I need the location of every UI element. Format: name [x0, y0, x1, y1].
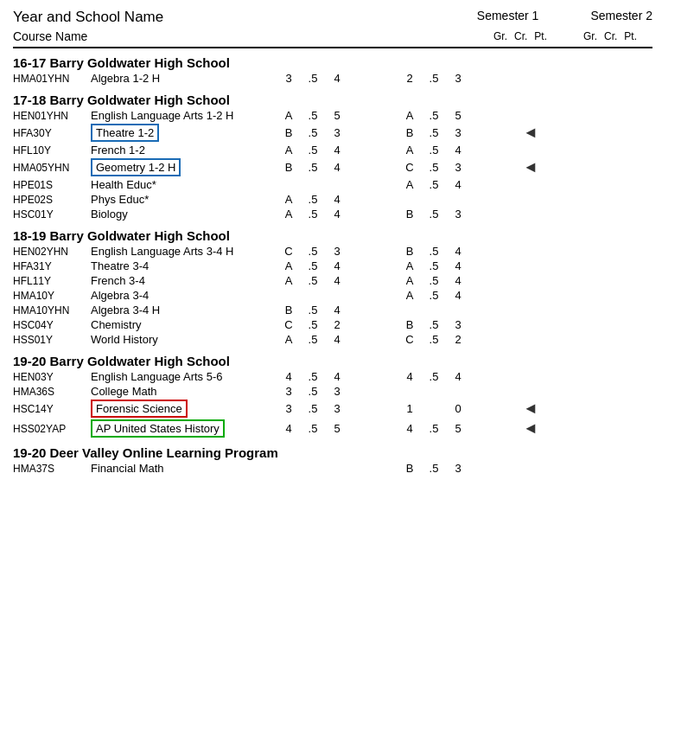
cell-s1_cr: .5	[305, 385, 321, 398]
cell-s2_cr: .5	[426, 161, 442, 174]
cell-s1_gr: A	[281, 274, 296, 287]
sem2-data: B.53	[402, 318, 506, 331]
cell-s1_pt: 4	[329, 144, 345, 157]
cell-s2_pt: 5	[450, 109, 466, 122]
table-row: HEN02YHNEnglish Language Arts 3-4 HC.53B…	[13, 244, 652, 259]
course-name-cell: Biology	[91, 208, 281, 221]
sem1-data: A.54	[281, 144, 385, 157]
grades-area: B.54C.53◄	[281, 158, 652, 176]
arrow-indicator-icon: ◄	[523, 124, 538, 142]
cell-s1_gr: A	[281, 333, 296, 346]
arrow-indicator-icon: ◄	[523, 400, 538, 418]
sem2-data: A.54	[402, 178, 506, 191]
table-row: HMA37SFinancial MathB.53	[13, 461, 652, 476]
s2-gr-header: Gr.	[583, 30, 597, 42]
table-row: HMA01YHNAlgebra 1-2 H3.542.53	[13, 71, 652, 86]
column-headers: Gr. Cr. Pt. Gr. Cr. Pt.	[493, 30, 652, 42]
sem2-data: A.54	[402, 144, 506, 157]
cell-s2_cr: .5	[426, 370, 442, 383]
year-school-label: Year and School Name	[13, 9, 163, 26]
course-name-cell: Algebra 3-4 H	[91, 304, 281, 317]
cell-s1_pt: 2	[329, 318, 345, 331]
course-name-cell: Algebra 1-2 H	[91, 72, 281, 85]
cell-s1_gr: 3	[281, 385, 296, 398]
cell-s1_pt: 4	[329, 274, 345, 287]
cell-s1_cr: .5	[305, 126, 321, 139]
grades-area: A.54C.52	[281, 333, 652, 346]
sem1-data: 3.53	[281, 402, 385, 415]
cell-s2_pt: 3	[450, 72, 466, 85]
course-code: HPE02S	[13, 194, 91, 206]
cell-s1_cr: .5	[305, 208, 321, 221]
cell-s2_cr: .5	[426, 318, 442, 331]
course-name-cell: French 3-4	[91, 274, 281, 287]
cell-s1_gr: 3	[281, 402, 296, 415]
table-row: HPE02SPhys Educ*A.54	[13, 192, 652, 207]
sem1-data: A.54	[281, 193, 385, 206]
course-code: HSC14Y	[13, 403, 91, 415]
sem1-data: A.54	[281, 208, 385, 221]
table-row: HFA31YTheatre 3-4A.54A.54	[13, 259, 652, 273]
sem1-data: B.53	[281, 126, 385, 139]
sem2-data: A.54	[402, 274, 506, 287]
cell-s1_pt: 4	[329, 259, 345, 272]
cell-s1_gr: 4	[281, 370, 296, 383]
grades-area: 4.544.54	[281, 370, 652, 383]
cell-s1_gr: 3	[281, 72, 296, 85]
course-name-cell: College Math	[91, 385, 281, 398]
school-year-header-4: 19-20 Deer Valley Online Learning Progra…	[13, 445, 652, 460]
table-row: HFA30YTheatre 1-2B.53B.53◄	[13, 123, 652, 143]
course-name-boxed: Forensic Science	[91, 400, 188, 418]
sem1-data: A.54	[281, 333, 385, 346]
table-row: HMA10YHNAlgebra 3-4 HB.54	[13, 303, 652, 317]
cell-s1_gr: B	[281, 161, 296, 174]
cell-s2_gr: A	[402, 178, 417, 191]
cell-s2_gr: 2	[402, 72, 417, 85]
cell-s1_pt: 3	[329, 126, 345, 139]
sem2-data: B.54	[402, 245, 506, 258]
sem2-data: 4.55	[402, 422, 506, 435]
cell-s1_gr: A	[281, 208, 296, 221]
sem2-data: C.53	[402, 161, 506, 174]
cell-s1_cr: .5	[305, 161, 321, 174]
sem1-data: C.52	[281, 318, 385, 331]
cell-s2_cr: .5	[426, 289, 442, 302]
grades-area: A.54B.53	[281, 208, 652, 221]
cell-s2_pt: 4	[450, 259, 466, 272]
grades-area: A.55A.55	[281, 109, 652, 122]
cell-s1_cr: .5	[305, 245, 321, 258]
sem1-data: B.54	[281, 161, 385, 174]
cell-s2_pt: 3	[450, 208, 466, 221]
grades-area: A.54A.54	[281, 274, 652, 287]
cell-s2_gr: 4	[402, 422, 417, 435]
course-name-cell: Geometry 1-2 H	[91, 158, 281, 176]
cell-s1_gr: B	[281, 304, 296, 317]
course-name-boxed: AP United States History	[91, 419, 225, 438]
grades-area: C.53B.54	[281, 245, 652, 258]
grades-area: C.52B.53	[281, 318, 652, 331]
course-name-cell: Theatre 3-4	[91, 259, 281, 272]
cell-s1_pt: 3	[329, 245, 345, 258]
s2-cr-header: Cr.	[604, 30, 617, 42]
cell-s1_gr: B	[281, 126, 296, 139]
table-row: HFL10YFrench 1-2A.54A.54	[13, 143, 652, 157]
course-name-boxed: Geometry 1-2 H	[91, 158, 181, 176]
cell-s2_gr: B	[402, 208, 417, 221]
sem1-data: 3.53	[281, 385, 385, 398]
sem1-data: A.55	[281, 109, 385, 122]
cell-s2_gr: C	[402, 161, 417, 174]
course-name-cell: Health Educ*	[91, 178, 281, 191]
cell-s1_cr: .5	[305, 318, 321, 331]
arrow-indicator-icon: ◄	[523, 158, 538, 176]
cell-s2_pt: 4	[450, 178, 466, 191]
grades-area: A.54A.54	[281, 259, 652, 272]
cell-s1_gr: A	[281, 144, 296, 157]
course-code: HEN01YHN	[13, 110, 91, 122]
course-code: HFA31Y	[13, 260, 91, 272]
s1-gr-header: Gr.	[493, 30, 507, 42]
cell-s1_pt: 5	[329, 109, 345, 122]
course-code: HSC01Y	[13, 208, 91, 221]
cell-s2_pt: 4	[450, 274, 466, 287]
course-code: HMA01YHN	[13, 73, 91, 85]
grades-area: B.54	[281, 304, 652, 317]
